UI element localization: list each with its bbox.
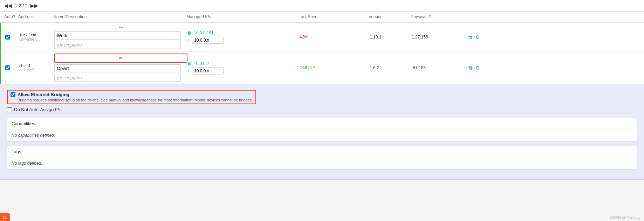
page-info: 1-2 / 2	[15, 3, 28, 8]
row1-ip-secondary-row: +	[187, 37, 300, 44]
do-not-auto-row: Do Not Auto-Assign IPs	[7, 107, 637, 112]
row2-addr-bot: e: 2:ec:7	[19, 68, 54, 72]
row1-ip-secondary-input[interactable]	[192, 37, 224, 44]
bridging-checkbox[interactable]	[11, 92, 15, 97]
row2-auth-checkbox[interactable]	[5, 65, 19, 70]
col-physical-ip: Physical IP	[411, 14, 467, 19]
row1-ip-main-row: 🗑 10.0.0.101	[187, 30, 300, 35]
row2-addr-top: cb cd1	[19, 64, 54, 68]
row2-edit-button[interactable]: ✏	[54, 54, 187, 63]
row1-version: 1.10.1	[370, 35, 412, 40]
capabilities-section: Capabilities No capabilities defined.	[7, 118, 637, 142]
bridging-row: Allow Ethernet Bridging Bridging require…	[7, 90, 637, 104]
prev-nav-button[interactable]: ◀◀	[4, 3, 12, 8]
row-2: cb cd1 e: 2:ec:7 ✏ 🗑 10.0.0.2 + ONLINE 1…	[0, 51, 644, 84]
row1-edit-button[interactable]: ✏	[54, 25, 187, 30]
row2-last-seen: ONLINE	[300, 65, 370, 70]
row1-address: 10c7 1efa 5e 4a:8e:5	[19, 33, 54, 41]
table-header: Auth? Address Name/Description Managed I…	[0, 12, 644, 23]
row2-version: 1.6.2	[370, 65, 412, 70]
tags-section: Tags No tags defined.	[7, 146, 637, 170]
detail-panel: Allow Ethernet Bridging Bridging require…	[0, 84, 644, 180]
row1-actions: 🗑 ⚙	[468, 34, 496, 40]
row2-ip-secondary-row: +	[187, 67, 300, 74]
capabilities-header: Capabilities	[7, 118, 637, 129]
row1-desc-input[interactable]	[54, 41, 181, 49]
bridging-checkbox-wrapper: Allow Ethernet Bridging Bridging require…	[7, 90, 256, 104]
row2-ip-icon[interactable]: 🗑	[187, 61, 192, 66]
row2-delete-icon[interactable]: 🗑	[468, 65, 473, 71]
do-not-auto-label: Do Not Auto-Assign IPs	[14, 107, 62, 112]
row2-ip-main-row: 🗑 10.0.0.2	[187, 61, 300, 66]
row2-ip-add-icon[interactable]: +	[187, 69, 190, 73]
row2-desc-input[interactable]	[54, 74, 181, 82]
row2-ip-secondary-input[interactable]	[192, 67, 224, 74]
row1-last-seen: 42M	[300, 35, 370, 40]
bridging-desc: Bridging requires additional setup on th…	[18, 98, 253, 102]
row2-actions: 🗑 ⚙	[468, 65, 496, 71]
row1-ip-icon[interactable]: 🗑	[187, 30, 192, 35]
col-address: Address	[18, 14, 53, 19]
do-not-auto-checkbox[interactable]	[7, 107, 12, 112]
row2-address: cb cd1 e: 2:ec:7	[19, 64, 54, 72]
row1-addr-top: 10c7 1efa	[19, 33, 54, 37]
row-1: 10c7 1efa 5e 4a:8e:5 ✏ 🗑 10.0.0.101 + 42…	[0, 23, 644, 51]
row1-ip-add-icon[interactable]: +	[187, 38, 190, 43]
row1-name-input[interactable]	[54, 31, 181, 40]
tags-body: No tags defined.	[7, 157, 637, 169]
row2-name-cell: ✏	[54, 54, 187, 82]
table-row: cb cd1 e: 2:ec:7 ✏ 🗑 10.0.0.2 + ONLINE 1…	[0, 51, 644, 84]
row2-managed-ips: 🗑 10.0.0.2 +	[187, 61, 300, 74]
bridging-title: Allow Ethernet Bridging	[18, 92, 253, 97]
row1-managed-ips: 🗑 10.0.0.101 +	[187, 30, 300, 44]
row2-physical-ip: .87.183	[412, 65, 468, 70]
table-row: 10c7 1efa 5e 4a:8e:5 ✏ 🗑 10.0.0.101 + 42…	[0, 23, 644, 51]
row1-addr-bot: 5e 4a:8e:5	[19, 37, 54, 41]
row1-auth-checkbox[interactable]	[5, 35, 19, 40]
col-name-desc: Name/Description	[53, 14, 186, 19]
row2-name-input[interactable]	[54, 64, 181, 72]
row1-name-cell: ✏	[54, 25, 187, 49]
capabilities-body: No capabilities defined.	[7, 129, 637, 141]
row1-settings-icon[interactable]: ⚙	[475, 34, 480, 40]
row1-delete-icon[interactable]: 🗑	[468, 34, 473, 40]
row2-ip-main: 10.0.0.2	[194, 61, 209, 66]
row1-physical-ip: 1.27.158	[412, 35, 468, 40]
col-actions	[467, 14, 495, 19]
row2-settings-icon[interactable]: ⚙	[475, 65, 480, 71]
col-last-seen: Last Seen	[299, 14, 369, 19]
next-nav-button[interactable]: ▶▶	[30, 3, 38, 8]
col-version: Version	[369, 14, 411, 19]
row1-checkbox-input[interactable]	[5, 35, 10, 40]
col-auth: Auth?	[4, 14, 18, 19]
row1-ip-main: 10.0.0.101	[194, 30, 214, 35]
bridging-label-group: Allow Ethernet Bridging Bridging require…	[18, 92, 253, 102]
pagination-nav: ◀◀ 1-2 / 2 ▶▶	[0, 0, 644, 12]
tags-header: Tags	[7, 146, 637, 157]
col-managed-ips: Managed IPs	[186, 14, 299, 19]
row2-checkbox-input[interactable]	[5, 65, 10, 70]
